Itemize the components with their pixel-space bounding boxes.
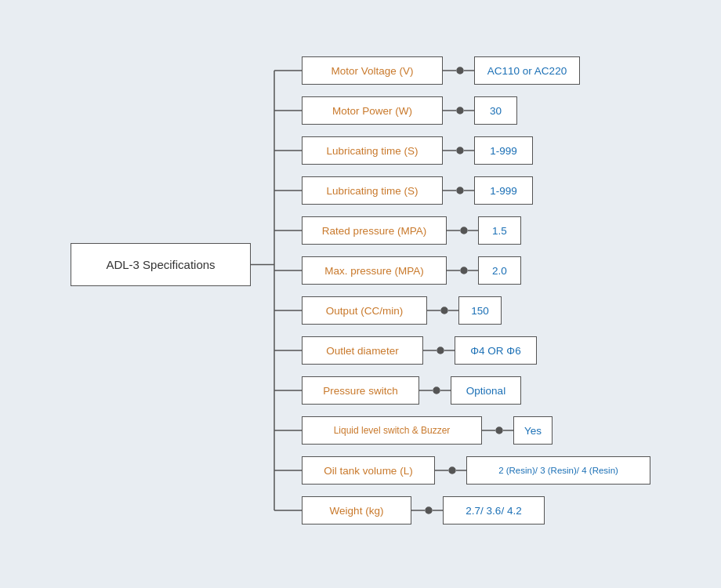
value-box-lub-time-1: 1-999 — [474, 136, 533, 165]
main-box: ADL-3 Specifications — [71, 243, 251, 286]
value-box-pressure-switch: Optional — [451, 376, 521, 405]
value-box-liquid-level: Yes — [513, 416, 553, 445]
spec-label-rated-pressure: Rated pressure (MPA) — [302, 216, 447, 245]
spec-label-output: Output (CC/min) — [302, 296, 427, 325]
svg-point-44 — [449, 467, 455, 474]
svg-point-20 — [461, 227, 467, 234]
value-box-motor-voltage: AC110 or AC220 — [474, 56, 580, 85]
value-box-max-pressure: 2.0 — [478, 256, 521, 285]
value-box-lub-time-2: 1-999 — [474, 176, 533, 205]
spec-label-outlet-diameter: Outlet diameter — [302, 336, 423, 365]
diagram-container: ADL-3 Specifications Motor Voltage (V)AC… — [24, 12, 697, 576]
svg-point-24 — [461, 267, 467, 274]
value-box-outlet-diameter: Φ4 OR Φ6 — [455, 336, 537, 365]
spec-label-liquid-level: Liquid level switch & Buzzer — [302, 416, 482, 445]
spec-label-oil-tank: Oil tank volume (L) — [302, 456, 435, 485]
value-box-output: 150 — [458, 296, 502, 325]
value-box-weight: 2.7/ 3.6/ 4.2 — [443, 496, 545, 524]
svg-point-36 — [433, 387, 440, 394]
svg-point-4 — [457, 67, 463, 74]
main-box-label: ADL-3 Specifications — [106, 258, 215, 271]
value-box-rated-pressure: 1.5 — [478, 216, 521, 245]
spec-label-pressure-switch: Pressure switch — [302, 376, 419, 405]
svg-point-12 — [457, 147, 463, 154]
value-box-oil-tank: 2 (Resin)/ 3 (Resin)/ 4 (Resin) — [466, 456, 650, 485]
spec-label-lub-time-2: Lubricating time (S) — [302, 176, 443, 205]
svg-point-32 — [437, 347, 444, 354]
svg-point-40 — [496, 427, 502, 434]
svg-point-48 — [426, 507, 432, 514]
spec-label-lub-time-1: Lubricating time (S) — [302, 136, 443, 165]
svg-point-8 — [457, 107, 463, 114]
svg-point-16 — [457, 187, 463, 194]
spec-label-weight: Weight (kg) — [302, 496, 411, 524]
svg-point-28 — [441, 307, 447, 314]
spec-label-max-pressure: Max. pressure (MPA) — [302, 256, 447, 285]
spec-label-motor-voltage: Motor Voltage (V) — [302, 56, 443, 85]
value-box-motor-power: 30 — [474, 96, 517, 125]
spec-label-motor-power: Motor Power (W) — [302, 96, 443, 125]
